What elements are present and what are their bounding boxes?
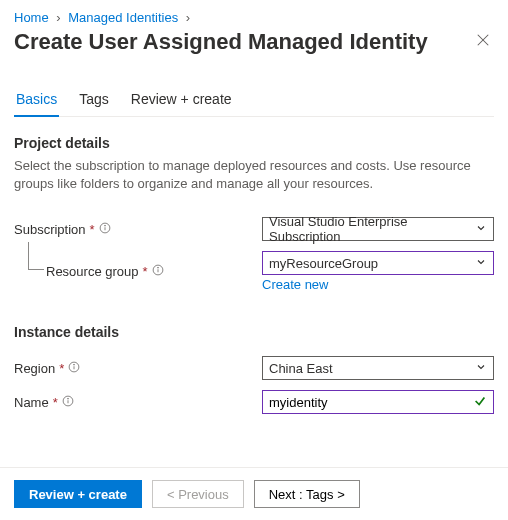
region-select[interactable]: China East — [262, 356, 494, 380]
tabs: Basics Tags Review + create — [14, 87, 494, 117]
field-resource-group: Resource group * myResourceGroup Create … — [14, 251, 494, 292]
tab-basics[interactable]: Basics — [14, 87, 59, 117]
required-indicator: * — [59, 361, 64, 376]
footer: Review + create < Previous Next : Tags > — [0, 467, 508, 520]
name-input-wrapper — [262, 390, 494, 414]
region-value: China East — [269, 361, 333, 376]
chevron-down-icon — [475, 256, 487, 271]
section-desc-project-details: Select the subscription to manage deploy… — [14, 157, 494, 193]
svg-point-7 — [157, 268, 158, 269]
close-icon — [476, 33, 490, 47]
breadcrumb-home[interactable]: Home — [14, 10, 49, 25]
info-icon[interactable] — [152, 264, 164, 279]
check-icon — [473, 394, 487, 411]
label-name: Name — [14, 395, 49, 410]
svg-point-4 — [104, 225, 105, 226]
info-icon[interactable] — [99, 222, 111, 237]
previous-button: < Previous — [152, 480, 244, 508]
label-resource-group: Resource group — [46, 264, 139, 279]
svg-point-10 — [74, 364, 75, 365]
info-icon[interactable] — [68, 361, 80, 376]
name-input[interactable] — [269, 395, 473, 410]
next-button[interactable]: Next : Tags > — [254, 480, 360, 508]
review-create-button[interactable]: Review + create — [14, 480, 142, 508]
label-region: Region — [14, 361, 55, 376]
page-title: Create User Assigned Managed Identity — [14, 29, 428, 55]
section-title-instance-details: Instance details — [14, 324, 494, 340]
required-indicator: * — [143, 264, 148, 279]
field-region: Region * China East — [14, 356, 494, 380]
indent-line — [28, 242, 44, 270]
tab-tags[interactable]: Tags — [77, 87, 111, 117]
subscription-value: Visual Studio Enterprise Subscription — [269, 214, 475, 244]
field-subscription: Subscription * Visual Studio Enterprise … — [14, 217, 494, 241]
info-icon[interactable] — [62, 395, 74, 410]
section-title-project-details: Project details — [14, 135, 494, 151]
resource-group-select[interactable]: myResourceGroup — [262, 251, 494, 275]
breadcrumb-managed-identities[interactable]: Managed Identities — [68, 10, 178, 25]
field-name: Name * — [14, 390, 494, 414]
label-subscription: Subscription — [14, 222, 86, 237]
tab-review-create[interactable]: Review + create — [129, 87, 234, 117]
required-indicator: * — [90, 222, 95, 237]
chevron-down-icon — [475, 222, 487, 237]
resource-group-value: myResourceGroup — [269, 256, 378, 271]
required-indicator: * — [53, 395, 58, 410]
breadcrumb-separator: › — [52, 10, 64, 25]
svg-point-13 — [67, 398, 68, 399]
subscription-select[interactable]: Visual Studio Enterprise Subscription — [262, 217, 494, 241]
close-button[interactable] — [472, 29, 494, 54]
chevron-down-icon — [475, 361, 487, 376]
create-new-link[interactable]: Create new — [262, 277, 328, 292]
breadcrumb-separator: › — [182, 10, 194, 25]
breadcrumb: Home › Managed Identities › — [14, 10, 494, 25]
